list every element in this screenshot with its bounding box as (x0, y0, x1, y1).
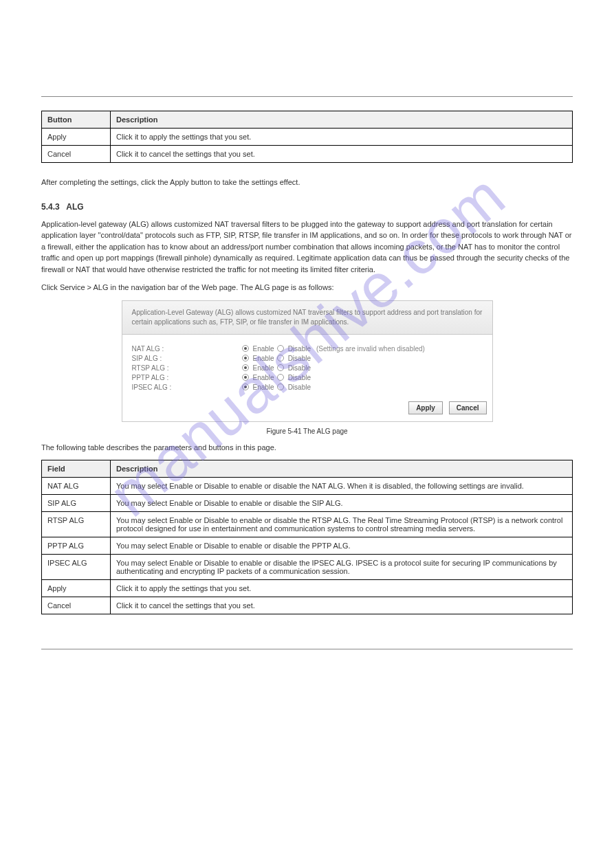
pptp-alg-enable-radio[interactable] (242, 374, 249, 381)
rtsp-alg-enable-text: Enable (253, 364, 274, 372)
field-description-table: Field Description NAT ALG You may select… (41, 460, 573, 614)
pptp-alg-label: PPTP ALG : (132, 374, 242, 381)
sip-alg-disable-text: Disable (288, 355, 311, 362)
alg-panel-description: Application-Level Gateway (ALG) allows c… (122, 301, 492, 335)
cell-cancel: Cancel (42, 146, 111, 163)
sip-alg-label: SIP ALG : (132, 355, 242, 362)
nat-alg-disable-radio[interactable] (277, 345, 284, 352)
cell-apply2: Apply (42, 580, 111, 597)
cell-cancel2-desc: Click it to cancel the settings that you… (111, 597, 573, 614)
section-title: ALG (66, 202, 83, 212)
cell-apply: Apply (42, 129, 111, 146)
figure-caption: Figure 5-41 The ALG page (41, 427, 573, 435)
cell-rtsp-alg-desc: You may select Enable or Disable to enab… (111, 512, 573, 537)
table-header-row: Field Description (42, 460, 573, 478)
table-row: RTSP ALG You may select Enable or Disabl… (42, 512, 573, 537)
cancel-button[interactable]: Cancel (449, 401, 487, 414)
section-heading: 5.4.3 ALG (41, 202, 573, 212)
paragraph-alg-description: Application-level gateway (ALG) allows c… (41, 219, 573, 276)
pptp-alg-enable-text: Enable (253, 374, 274, 381)
section-number: 5.4.3 (41, 202, 60, 212)
cell-sip-alg: SIP ALG (42, 495, 111, 512)
table-header-row: Button Description (42, 111, 573, 129)
rtsp-alg-disable-radio[interactable] (277, 364, 284, 371)
cell-cancel-desc: Click it to cancel the settings that you… (111, 146, 573, 163)
pptp-alg-disable-text: Disable (288, 374, 311, 381)
nat-alg-label: NAT ALG : (132, 345, 242, 353)
nat-alg-disable-text: Disable (288, 345, 311, 353)
table-row: Cancel Click it to cancel the settings t… (42, 597, 573, 614)
sip-alg-enable-text: Enable (253, 355, 274, 362)
cell-rtsp-alg: RTSP ALG (42, 512, 111, 537)
alg-button-bar: Apply Cancel (122, 399, 492, 421)
nat-alg-row: NAT ALG : Enable Disable (Settings are i… (132, 345, 483, 353)
ipsec-alg-enable-radio[interactable] (242, 383, 249, 390)
cell-sip-alg-desc: You may select Enable or Disable to enab… (111, 495, 573, 512)
nat-alg-enable-radio[interactable] (242, 345, 249, 352)
rtsp-alg-row: RTSP ALG : Enable Disable (132, 364, 483, 372)
cell-cancel2: Cancel (42, 597, 111, 614)
rtsp-alg-label: RTSP ALG : (132, 364, 242, 372)
rtsp-alg-enable-radio[interactable] (242, 364, 249, 371)
table-row: Cancel Click it to cancel the settings t… (42, 146, 573, 163)
table2-intro: The following table describes the parame… (41, 442, 573, 454)
cell-apply2-desc: Click it to apply the settings that you … (111, 580, 573, 597)
paragraph-apply-note: After completing the settings, click the… (41, 177, 573, 188)
table-row: Apply Click it to apply the settings tha… (42, 580, 573, 597)
apply-button[interactable]: Apply (408, 401, 443, 414)
sip-alg-row: SIP ALG : Enable Disable (132, 355, 483, 362)
pptp-alg-disable-radio[interactable] (277, 374, 284, 381)
ipsec-alg-disable-text: Disable (288, 383, 311, 391)
alg-settings-panel: Application-Level Gateway (ALG) allows c… (122, 300, 493, 422)
table-row: IPSEC ALG You may select Enable or Disab… (42, 555, 573, 580)
ipsec-alg-enable-text: Enable (253, 383, 274, 391)
sip-alg-enable-radio[interactable] (242, 355, 249, 361)
table-row: NAT ALG You may select Enable or Disable… (42, 478, 573, 495)
pptp-alg-row: PPTP ALG : Enable Disable (132, 374, 483, 381)
table2-header-field: Field (42, 460, 111, 478)
table-row: Apply Click it to apply the settings tha… (42, 129, 573, 146)
table-header-description: Description (111, 111, 573, 129)
cell-pptp-alg: PPTP ALG (42, 537, 111, 555)
table-header-button: Button (42, 111, 111, 129)
cell-ipsec-alg-desc: You may select Enable or Disable to enab… (111, 555, 573, 580)
header-rule (41, 96, 573, 97)
sip-alg-disable-radio[interactable] (277, 355, 284, 361)
page-footer (41, 656, 573, 670)
cell-nat-alg-desc: You may select Enable or Disable to enab… (111, 478, 573, 495)
ipsec-alg-row: IPSEC ALG : Enable Disable (132, 383, 483, 391)
button-description-table: Button Description Apply Click it to app… (41, 111, 573, 163)
nat-alg-hint: (Settings are invalid when disabled) (316, 345, 425, 353)
alg-panel-body: NAT ALG : Enable Disable (Settings are i… (122, 335, 492, 399)
nat-alg-enable-text: Enable (253, 345, 274, 353)
ipsec-alg-disable-radio[interactable] (277, 383, 284, 390)
cell-apply-desc: Click it to apply the settings that you … (111, 129, 573, 146)
page-header (41, 41, 573, 69)
table-row: SIP ALG You may select Enable or Disable… (42, 495, 573, 512)
footer-rule (41, 649, 573, 649)
paragraph-nav-instruction: Click Service > ALG in the navigation ba… (41, 282, 573, 293)
ipsec-alg-label: IPSEC ALG : (132, 383, 242, 391)
table-row: PPTP ALG You may select Enable or Disabl… (42, 537, 573, 555)
cell-ipsec-alg: IPSEC ALG (42, 555, 111, 580)
cell-pptp-alg-desc: You may select Enable or Disable to enab… (111, 537, 573, 555)
rtsp-alg-disable-text: Disable (288, 364, 311, 372)
cell-nat-alg: NAT ALG (42, 478, 111, 495)
table2-header-description: Description (111, 460, 573, 478)
